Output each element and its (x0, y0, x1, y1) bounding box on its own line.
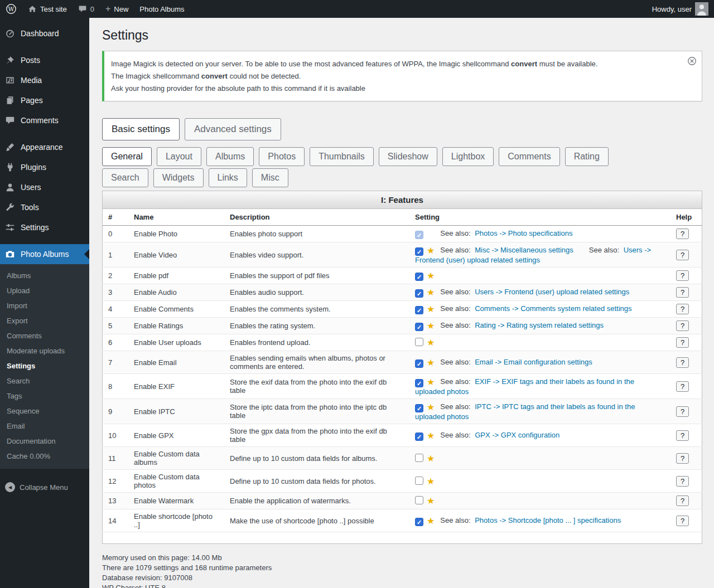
setting-checkbox[interactable]: ✓ (415, 247, 423, 256)
sidebar-subitem-documentation[interactable]: Documentation (0, 434, 89, 449)
setting-checkbox[interactable] (415, 477, 423, 485)
see-also-link[interactable]: Rating -> Rating system related settings (475, 321, 604, 329)
setting-checkbox[interactable] (415, 338, 423, 346)
admin-bar-comments-link[interactable]: 0 (73, 0, 100, 18)
sidebar-subitem-email[interactable]: Email (0, 419, 89, 434)
tab-layout[interactable]: Layout (157, 147, 201, 166)
sidebar-subitem-search[interactable]: Search (0, 373, 89, 388)
tab-links[interactable]: Links (209, 168, 247, 187)
tab-thumbnails[interactable]: Thumbnails (310, 147, 374, 166)
setting-checkbox[interactable] (415, 496, 423, 504)
help-button[interactable]: ? (676, 381, 689, 392)
help-button[interactable]: ? (676, 250, 689, 260)
see-also-link[interactable]: Email -> Email configuration settings (475, 358, 592, 366)
tab-albums[interactable]: Albums (206, 147, 254, 166)
sidebar-item-dashboard[interactable]: Dashboard (0, 23, 89, 43)
setting-checkbox[interactable]: ✓ (415, 231, 423, 239)
sidebar-subitem-tags[interactable]: Tags (0, 388, 89, 404)
help-button[interactable]: ? (676, 453, 689, 464)
setting-checkbox[interactable]: ✓ (415, 273, 423, 281)
collapse-menu-button[interactable]: ◀ Collapse Menu (0, 477, 89, 498)
star-icon: ★ (427, 454, 435, 463)
see-also-link[interactable]: Users -> Frontend (user) upload related … (475, 288, 629, 296)
table-row: 2Enable pdfEnables the support of pdf fi… (103, 268, 702, 284)
setting-checkbox[interactable]: ✓ (415, 379, 423, 387)
tab-general[interactable]: General (102, 147, 152, 166)
star-icon: ★ (427, 377, 435, 387)
sidebar-item-pages[interactable]: Pages (0, 90, 89, 110)
sidebar-item-tools[interactable]: Tools (0, 197, 89, 217)
see-also-link[interactable]: Photos -> Photo specifications (475, 229, 572, 237)
help-button[interactable]: ? (676, 406, 689, 417)
help-button[interactable]: ? (676, 357, 689, 368)
sidebar-item-comments[interactable]: Comments (0, 110, 89, 130)
help-button[interactable]: ? (676, 320, 689, 331)
sidebar-item-users[interactable]: Users (0, 177, 89, 197)
setting-checkbox[interactable]: ✓ (415, 359, 423, 368)
howdy-user-link[interactable]: Howdy, user (647, 0, 714, 18)
tab-lightbox[interactable]: Lightbox (442, 147, 494, 166)
setting-cell: ★ (409, 493, 670, 509)
table-row: 7Enable EmailEnables sending emails when… (103, 351, 702, 374)
pages-icon (4, 95, 16, 106)
sidebar-subitem-cache-0-00[interactable]: Cache 0.00% (0, 449, 89, 464)
help-button[interactable]: ? (676, 304, 689, 314)
dismiss-notice-button[interactable] (687, 56, 697, 66)
help-button[interactable]: ? (676, 229, 689, 239)
tab-comments[interactable]: Comments (499, 147, 559, 166)
sidebar-subitem-export[interactable]: Export (0, 313, 89, 328)
tab-advanced-settings[interactable]: Advanced settings (185, 118, 281, 140)
new-content-link[interactable]: + New (100, 0, 134, 18)
sidebar-item-plugins[interactable]: Plugins (0, 157, 89, 177)
admin-bar-photo-albums-link[interactable]: Photo Albums (134, 0, 190, 18)
tab-rating[interactable]: Rating (565, 147, 609, 166)
setting-cell: ✓★See also: Email -> Email configuration… (409, 351, 670, 374)
tab-photos[interactable]: Photos (259, 147, 305, 166)
sidebar-subitem-import[interactable]: Import (0, 298, 89, 313)
help-button[interactable]: ? (676, 495, 689, 506)
sidebar-item-label: Settings (21, 223, 49, 232)
setting-checkbox[interactable]: ✓ (415, 404, 423, 412)
setting-checkbox[interactable] (415, 454, 423, 462)
tab-widgets[interactable]: Widgets (153, 168, 204, 187)
sidebar-item-posts[interactable]: Posts (0, 50, 89, 70)
photo-albums-label: Photo Albums (139, 5, 184, 13)
tab-misc[interactable]: Misc (252, 168, 288, 187)
site-name-link[interactable]: Test site (22, 0, 73, 18)
tab-search[interactable]: Search (102, 168, 148, 187)
help-button[interactable]: ? (676, 337, 689, 348)
sidebar-subitem-settings[interactable]: Settings (0, 358, 89, 373)
sidebar-subitem-sequence[interactable]: Sequence (0, 404, 89, 419)
setting-checkbox[interactable]: ✓ (415, 518, 423, 526)
table-row: 0Enable PhotoEnables photo support✓★See … (103, 226, 702, 242)
setting-checkbox[interactable]: ✓ (415, 289, 423, 298)
sidebar-subitem-comments[interactable]: Comments (0, 328, 89, 343)
see-also-link[interactable]: Photos -> Shortcode [photo ... ] specifi… (475, 516, 621, 524)
sidebar-subitem-albums[interactable]: Albums (0, 268, 89, 283)
sidebar-item-settings[interactable]: Settings (0, 217, 89, 237)
sidebar-item-appearance[interactable]: Appearance (0, 137, 89, 157)
sidebar-item-photo-albums[interactable]: Photo Albums (0, 244, 89, 264)
help-button[interactable]: ? (676, 476, 689, 487)
setting-checkbox[interactable]: ✓ (415, 433, 423, 441)
setting-cell: ✓★See also: IPTC -> IPTC tags and their … (409, 399, 670, 424)
setting-checkbox[interactable]: ✓ (415, 323, 423, 331)
sidebar-item-media[interactable]: Media (0, 70, 89, 90)
sidebar-subitem-upload[interactable]: Upload (0, 283, 89, 298)
see-also-link[interactable]: Misc -> Miscellaneous settings (475, 246, 573, 254)
see-also-link[interactable]: GPX -> GPX configuration (475, 431, 559, 439)
help-button[interactable]: ? (676, 516, 689, 526)
setting-description: Enables audio support. (224, 284, 409, 301)
home-icon (28, 4, 37, 13)
wordpress-logo[interactable]: W (0, 0, 22, 18)
table-title: I: Features (102, 191, 702, 208)
help-button[interactable]: ? (676, 270, 689, 281)
tab-slideshow[interactable]: Slideshow (379, 147, 437, 166)
setting-checkbox[interactable]: ✓ (415, 306, 423, 314)
help-button[interactable]: ? (676, 430, 689, 441)
sidebar-subitem-moderate-uploads[interactable]: Moderate uploads (0, 343, 89, 358)
setting-description: Store the exif data from the photo into … (224, 374, 409, 399)
tab-basic-settings[interactable]: Basic settings (102, 118, 180, 140)
see-also-link[interactable]: Comments -> Comments system related sett… (475, 304, 631, 313)
help-button[interactable]: ? (676, 287, 689, 298)
